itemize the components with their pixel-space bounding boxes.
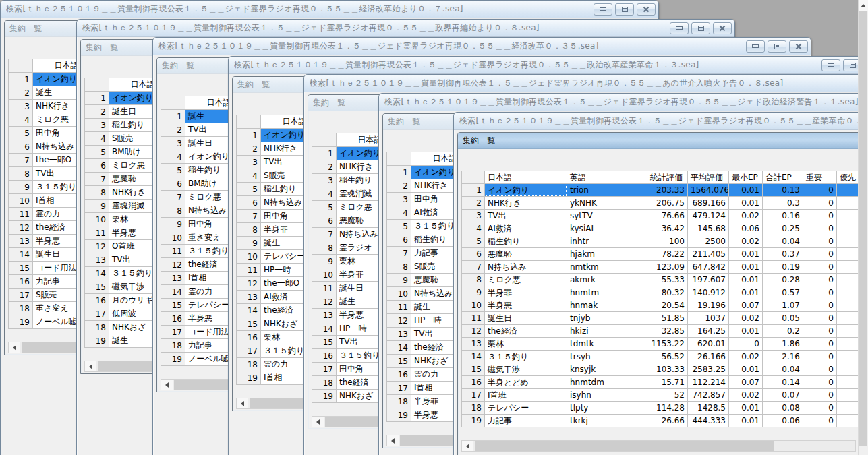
row-number[interactable]: 13 bbox=[312, 309, 337, 322]
cell-avg-eval[interactable]: 742.857 bbox=[688, 389, 729, 402]
cell-avg-eval[interactable]: 1428.5 bbox=[688, 402, 729, 415]
row-number[interactable]: 16 bbox=[462, 376, 485, 389]
cell-total-ep[interactable]: 0.28 bbox=[763, 274, 803, 286]
row-number[interactable]: 1 bbox=[9, 73, 33, 86]
table-row[interactable]: 1イオン釣りtrion203.331564.0760.010.130 bbox=[462, 184, 868, 197]
row-number[interactable]: 10 bbox=[312, 268, 337, 282]
column-header-total-ep[interactable]: 合計EP bbox=[763, 171, 803, 184]
cell-important[interactable]: 0 bbox=[803, 248, 837, 261]
row-number[interactable]: 19 bbox=[237, 371, 261, 385]
row-number[interactable]: 11 bbox=[237, 264, 261, 277]
row-number[interactable]: 4 bbox=[312, 187, 337, 201]
row-number[interactable]: 3 bbox=[161, 137, 185, 150]
row-number[interactable]: 16 bbox=[237, 331, 261, 344]
cell-english[interactable]: tdmtk bbox=[567, 338, 647, 351]
cell-avg-eval[interactable]: 689.166 bbox=[688, 197, 729, 210]
window-titlebar[interactable]: 検索[ｔｈｅ２５１０１９＿＿質量制御再現公表１．５＿＿ジェド霊界ラジオ再現０．５… bbox=[229, 57, 868, 74]
row-number[interactable]: 6 bbox=[462, 248, 485, 261]
row-number[interactable]: 7 bbox=[237, 210, 261, 223]
column-header-min-ep[interactable]: 最小EP bbox=[729, 171, 763, 184]
cell-total-ep[interactable]: 0.13 bbox=[763, 184, 803, 197]
row-number[interactable]: 11 bbox=[462, 312, 485, 325]
row-number[interactable]: 13 bbox=[161, 272, 185, 285]
cell-important[interactable]: 0 bbox=[803, 286, 837, 299]
cell-japanese[interactable]: AI救済 bbox=[485, 222, 567, 235]
row-number[interactable]: 12 bbox=[237, 277, 261, 291]
row-number[interactable]: 10 bbox=[387, 287, 411, 301]
cell-total-ep[interactable]: 0.2 bbox=[763, 325, 803, 338]
cell-stat-eval[interactable]: 76.66 bbox=[647, 210, 688, 222]
row-number[interactable]: 3 bbox=[9, 100, 33, 113]
cell-japanese[interactable]: ミロク悪 bbox=[485, 274, 567, 286]
row-number[interactable]: 15 bbox=[312, 336, 337, 349]
cell-min-ep[interactable]: 0.01 bbox=[729, 286, 763, 299]
table-row[interactable]: 18テレパシーtlpty114.281428.50.010.080 bbox=[462, 402, 868, 415]
row-number[interactable]: 4 bbox=[387, 206, 411, 220]
table-row[interactable]: 8ミロク悪akmrk55.33197.6070.010.280 bbox=[462, 274, 868, 286]
cell-total-ep[interactable]: 2.16 bbox=[763, 351, 803, 363]
row-number[interactable]: 8 bbox=[462, 274, 485, 286]
cell-japanese[interactable]: 力記事 bbox=[485, 415, 567, 427]
row-number[interactable]: 4 bbox=[462, 222, 485, 235]
cell-min-ep[interactable]: 0.01 bbox=[729, 402, 763, 415]
cell-english[interactable]: nmtkm bbox=[567, 261, 647, 274]
cell-important[interactable]: 0 bbox=[803, 389, 837, 402]
row-number[interactable]: 18 bbox=[387, 395, 411, 408]
row-number[interactable]: 16 bbox=[85, 294, 109, 307]
row-number[interactable]: 7 bbox=[462, 261, 485, 274]
cell-total-ep[interactable]: 0.3 bbox=[763, 197, 803, 210]
cell-japanese[interactable]: 誕生日 bbox=[485, 312, 567, 325]
cell-avg-eval[interactable]: 620.01 bbox=[688, 338, 729, 351]
row-number[interactable]: 6 bbox=[237, 196, 261, 210]
cell-avg-eval[interactable]: 479.124 bbox=[688, 210, 729, 222]
row-number[interactable]: 14 bbox=[85, 267, 109, 280]
cell-english[interactable]: akmrk bbox=[567, 274, 647, 286]
cell-min-ep[interactable]: 0.01 bbox=[729, 363, 763, 376]
cell-stat-eval[interactable]: 80.32 bbox=[647, 286, 688, 299]
cell-stat-eval[interactable]: 203.33 bbox=[647, 184, 688, 197]
column-header-avg-eval[interactable]: 平均評価 bbox=[688, 171, 729, 184]
corner-header-cell[interactable] bbox=[312, 133, 337, 147]
row-number[interactable]: 15 bbox=[9, 262, 33, 275]
cell-japanese[interactable]: 半身とどめ bbox=[485, 376, 567, 389]
cell-stat-eval[interactable]: 206.75 bbox=[647, 197, 688, 210]
cell-total-ep[interactable]: 0.19 bbox=[763, 261, 803, 274]
corner-header-cell[interactable] bbox=[387, 152, 411, 166]
row-number[interactable]: 11 bbox=[85, 226, 109, 240]
row-number[interactable]: 2 bbox=[9, 86, 33, 100]
cell-english[interactable]: trsyh bbox=[567, 351, 647, 363]
cell-total-ep[interactable]: 0.57 bbox=[763, 286, 803, 299]
table-row[interactable]: 13栗林tdmtk1153.22620.0101.860 bbox=[462, 338, 868, 351]
window-titlebar[interactable]: 検索[ｔｈｅ２５１０１９＿＿質量制御再現公表１．５＿＿ジェド霊界ラジオ再現０．５… bbox=[153, 38, 811, 55]
row-number[interactable]: 13 bbox=[237, 291, 261, 304]
cell-important[interactable]: 0 bbox=[803, 402, 837, 415]
row-number[interactable]: 5 bbox=[462, 235, 485, 248]
cell-important[interactable]: 0 bbox=[803, 222, 837, 235]
row-number[interactable]: 9 bbox=[237, 237, 261, 250]
row-number[interactable]: 17 bbox=[462, 389, 485, 402]
cell-avg-eval[interactable]: 112.214 bbox=[688, 376, 729, 389]
row-number[interactable]: 8 bbox=[161, 204, 185, 218]
row-number[interactable]: 18 bbox=[9, 302, 33, 315]
table-row[interactable]: 14３１５釣りtrsyh56.5226.1660.022.160 bbox=[462, 351, 868, 363]
table-row[interactable]: 5稲生釣りinhtr10025000.020.040 bbox=[462, 235, 868, 248]
table-row[interactable]: 6悪魔恥hjakm78.22211.4050.010.370 bbox=[462, 248, 868, 261]
row-number[interactable]: 8 bbox=[9, 167, 33, 181]
cell-min-ep[interactable]: 0.06 bbox=[729, 222, 763, 235]
row-number[interactable]: 13 bbox=[9, 235, 33, 248]
row-number[interactable]: 5 bbox=[85, 146, 109, 159]
cell-english[interactable]: hnmtm bbox=[567, 286, 647, 299]
cell-japanese[interactable]: 磁気干渉 bbox=[485, 363, 567, 376]
row-number[interactable]: 14 bbox=[312, 322, 337, 336]
row-number[interactable]: 3 bbox=[312, 174, 337, 187]
cell-japanese[interactable]: 半身罪 bbox=[485, 286, 567, 299]
vertical-scrollbar[interactable] bbox=[858, 0, 868, 455]
column-header-japanese[interactable]: 日本語 bbox=[485, 171, 567, 184]
cell-total-ep[interactable]: 0.04 bbox=[763, 235, 803, 248]
corner-header-cell[interactable] bbox=[85, 78, 109, 92]
cell-min-ep[interactable]: 0.01 bbox=[729, 325, 763, 338]
row-number[interactable]: 1 bbox=[161, 110, 185, 123]
row-number[interactable]: 17 bbox=[312, 363, 337, 376]
row-number[interactable]: 18 bbox=[462, 402, 485, 415]
row-number[interactable]: 10 bbox=[237, 250, 261, 264]
